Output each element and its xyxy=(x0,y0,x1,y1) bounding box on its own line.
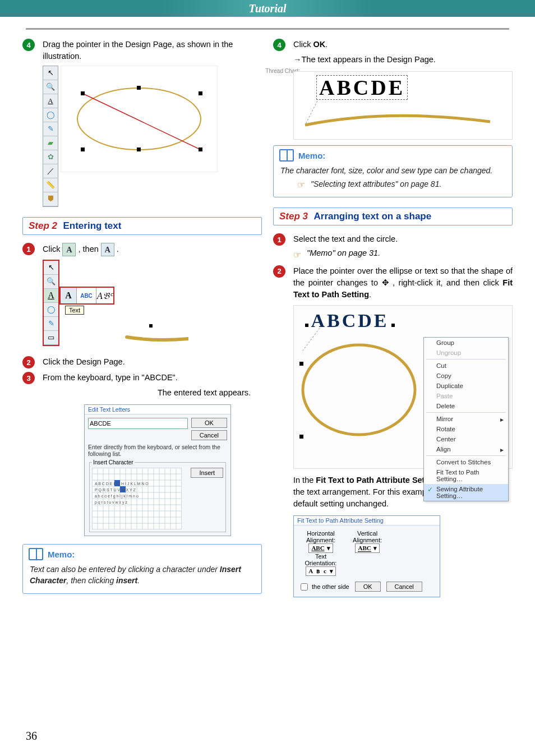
svg-rect-0 xyxy=(61,66,218,172)
ctx-paste: Paste xyxy=(424,391,508,401)
stitch-tool-icon: ✿ xyxy=(43,150,58,164)
t: Click xyxy=(293,40,313,49)
left-column: 4 Drag the pointer in the Design Page, a… xyxy=(22,35,262,597)
ctx-delete[interactable]: Delete xyxy=(424,401,508,411)
t: , then xyxy=(78,245,100,253)
svg-rect-45 xyxy=(299,435,303,439)
v-align-label: Vertical Alignment: xyxy=(345,530,390,543)
left-n4-text: Drag the pointer in the Design Page, as … xyxy=(43,39,262,62)
step-badge-4: 4 xyxy=(273,39,285,51)
outline-tool-icon: ✎ xyxy=(44,317,58,331)
ctx-fit[interactable]: Fit Text to Path Setting… xyxy=(424,467,508,484)
svg-text:a b c d e f g h i j k l m n o: a b c d e f g h i j k l m n o xyxy=(95,494,139,499)
flyout-abc-icon: ABC xyxy=(77,288,96,303)
svg-rect-6 xyxy=(137,147,141,151)
tooltip-text: Text xyxy=(65,306,84,315)
text-tool-icon: A xyxy=(43,94,58,108)
pointing-hand-icon: ☞ xyxy=(297,179,305,190)
svg-rect-4 xyxy=(199,147,202,151)
ctx-group[interactable]: Group xyxy=(424,338,508,348)
line-tool-icon: ／ xyxy=(43,164,58,178)
memo-icon xyxy=(279,149,294,162)
svg-rect-9 xyxy=(149,324,153,328)
text-tool-selected-icon: A xyxy=(44,289,58,303)
page: Tutorial 4 Drag the pointer in the Desig… xyxy=(0,0,535,756)
right-column: 4 Click OK. → The text appears in the De… xyxy=(273,35,513,597)
ctx-duplicate[interactable]: Duplicate xyxy=(424,381,508,391)
dialog-title: Edit Text Letters xyxy=(85,405,230,414)
memo-heading: Memo: xyxy=(48,550,75,559)
fit-text-dialog: Fit Text to Path Attribute Setting Horiz… xyxy=(293,515,440,597)
pointing-hand-icon: ☞ xyxy=(293,248,301,261)
other-side-checkbox[interactable]: the other side xyxy=(298,582,349,592)
edit-text-dialog: Edit Text Letters OK Cancel Enter direct… xyxy=(84,404,231,536)
ctx-convert[interactable]: Convert to Stitches xyxy=(424,457,508,467)
dialog-hint: Enter directly from the keyboard, or sel… xyxy=(88,444,227,457)
v-align-select[interactable]: ABC▾ xyxy=(355,543,379,553)
abcde-result-figure: ABCDE xyxy=(293,71,513,140)
t: . xyxy=(117,245,119,253)
t-orient-select[interactable]: A ʙ c▾ xyxy=(306,566,336,576)
insert-char-group: Insert Character xyxy=(92,459,135,465)
right-n4-result: The text appears in the Design Page. xyxy=(302,55,436,64)
ctx-copy[interactable]: Copy xyxy=(424,371,508,381)
svg-text:A B C D E F G H I J K L M N O: A B C D E F G H I J K L M N O xyxy=(95,482,149,486)
ctx-align[interactable]: Align▸ xyxy=(424,444,508,454)
design-page-illustration: ↖ 🔍 A ◯ ✎ ▰ ✿ ／ 📏 ⛊ xyxy=(43,66,262,207)
text-a-button-icon: A xyxy=(101,243,114,256)
svg-text:P Q R S T U V W X Y Z: P Q R S T U V W X Y Z xyxy=(95,488,136,492)
svg-rect-3 xyxy=(81,91,85,95)
stamp-tool-icon: ⛊ xyxy=(43,192,58,206)
svg-line-41 xyxy=(305,101,317,125)
ctx-rotate[interactable]: Rotate xyxy=(424,424,508,434)
shape-tool-icon: ◯ xyxy=(43,108,58,122)
substep-badge-2: 2 xyxy=(273,265,285,278)
text-tool-button-icon: A xyxy=(62,243,76,256)
page-number: 36 xyxy=(26,730,37,743)
header-title: Tutorial xyxy=(248,2,286,15)
svg-line-43 xyxy=(303,328,320,351)
svg-rect-5 xyxy=(137,86,141,90)
ctx-cut[interactable]: Cut xyxy=(424,361,508,371)
char-grid[interactable]: A B C D E F G H I J K L M N O P Q R S T … xyxy=(92,468,182,529)
ellipse-drag-figure xyxy=(61,66,218,172)
right-n2-text: Place the pointer over the ellipse or te… xyxy=(293,265,513,301)
svg-text:p q r s t u v w x y z: p q r s t u v w x y z xyxy=(95,500,127,505)
header-band: Tutorial xyxy=(0,0,535,17)
cancel-button[interactable]: Cancel xyxy=(191,430,227,440)
memo-body-left: Text can also be entered by clicking a c… xyxy=(30,564,255,587)
shape-tool-icon: ◯ xyxy=(44,303,58,317)
right-n1-ref: "Memo" on page 31. xyxy=(307,247,380,259)
insert-button[interactable]: Insert xyxy=(191,468,223,478)
svg-rect-7 xyxy=(81,147,85,151)
ok-button[interactable]: OK xyxy=(191,418,227,428)
memo-body: The character font, size, color and sew … xyxy=(280,165,505,176)
step2-title: Entering text xyxy=(63,220,121,231)
left-n3-caption: The entered text appears. xyxy=(43,387,251,399)
memo-heading: Memo: xyxy=(298,151,325,160)
measure-tool-icon: 📏 xyxy=(43,178,58,192)
step3-title: Arranging text on a shape xyxy=(313,211,431,222)
text-input[interactable] xyxy=(88,418,188,429)
step-badge-4: 4 xyxy=(22,39,35,51)
zoom-tool-icon: 🔍 xyxy=(43,80,58,94)
left-n3-text: From the keyboard, type in "ABCDE". xyxy=(43,372,262,384)
step3-bar: Step 3 Arranging text on a shape xyxy=(273,208,513,225)
dialog-title: Fit Text to Path Attribute Setting xyxy=(294,516,440,525)
step3-prefix: Step 3 xyxy=(279,211,308,222)
memo-ref: "Selecting text attributes" on page 81. xyxy=(311,178,441,190)
ctx-center[interactable]: Center xyxy=(424,434,508,444)
cancel-button[interactable]: Cancel xyxy=(386,582,422,592)
context-menu[interactable]: Group Ungroup Cut Copy Duplicate Paste D… xyxy=(423,337,509,501)
left-n2-text: Click the Design Page. xyxy=(43,356,125,368)
ok-button[interactable]: OK xyxy=(355,582,381,592)
svg-rect-44 xyxy=(299,362,303,366)
memo-box-left: Memo: Text can also be entered by clicki… xyxy=(22,544,262,594)
region-tool-icon: ▰ xyxy=(43,136,58,150)
right-n1-text: Select the text and the circle. xyxy=(293,233,513,245)
t: Click xyxy=(43,245,62,253)
ctx-mirror[interactable]: Mirror▸ xyxy=(424,414,508,424)
h-align-select[interactable]: ABC▾ xyxy=(308,543,333,553)
substep-badge-2: 2 xyxy=(22,356,35,368)
ctx-sew[interactable]: ✓Sewing Attribute Setting… xyxy=(424,484,508,501)
